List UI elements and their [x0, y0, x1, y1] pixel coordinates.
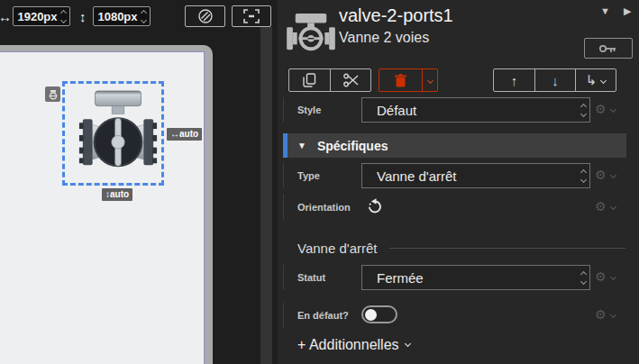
group-heading-label: Vanne d'arrêt: [297, 241, 377, 256]
panel-splitter[interactable]: [260, 27, 272, 364]
clipboard-button-group: [288, 68, 371, 92]
fit-screen-icon: [242, 8, 260, 24]
group-divider: [389, 248, 625, 249]
select-spinner-icon: [581, 105, 589, 116]
scissors-icon: [343, 73, 359, 87]
en-defaut-binding-button[interactable]: ⚙: [595, 308, 616, 321]
orientation-rotate-button[interactable]: [367, 197, 384, 219]
mini-valve-icon: [48, 89, 59, 100]
gear-icon: ⚙: [595, 308, 607, 321]
key-icon: [598, 42, 618, 55]
type-label: Type: [297, 170, 320, 181]
group-heading: Vanne d'arrêt: [297, 241, 625, 256]
select-spinner-icon: [581, 170, 589, 182]
additionnelles-label: + Additionnelles: [297, 337, 399, 353]
widget-subtitle: Vanne 2 voies: [339, 30, 429, 46]
orientation-binding-button[interactable]: ⚙: [595, 200, 616, 213]
toggle-knob: [365, 309, 377, 321]
valve-header-icon: [285, 12, 337, 53]
gear-icon: ⚙: [595, 168, 607, 181]
width-arrow-icon: ↔: [0, 7, 12, 27]
collapse-panel-icon[interactable]: ▼: [600, 5, 610, 16]
width-stepper[interactable]: [61, 11, 69, 23]
canvas-area: ↔ 1920px ↕ 1080px: [0, 0, 278, 364]
copy-button[interactable]: [289, 69, 330, 91]
no-rotation-button[interactable]: [185, 5, 225, 27]
height-stepper[interactable]: [141, 11, 150, 23]
statut-select[interactable]: Fermée: [361, 265, 590, 290]
chevron-down-icon: [610, 203, 616, 209]
arrow-down-icon: ↓: [552, 73, 559, 88]
type-select[interactable]: Vanne d'arrêt: [361, 163, 590, 188]
widget-type-badge: [45, 86, 60, 102]
statut-value: Fermée: [362, 270, 581, 286]
chevron-down-icon: [610, 273, 616, 279]
delete-button[interactable]: [379, 69, 422, 91]
section-collapse-icon: ▼: [297, 141, 306, 150]
slashed-circle-icon: [196, 7, 215, 25]
statut-binding-button[interactable]: ⚙: [595, 270, 616, 283]
detach-panel-icon[interactable]: ▶: [624, 5, 631, 17]
properties-panel: valve-2-ports1 Vanne 2 voies ▼ ▶: [278, 0, 639, 364]
row-indent-line: [283, 97, 284, 123]
style-label: Style: [297, 105, 321, 115]
style-binding-button[interactable]: ⚙: [595, 103, 616, 115]
arrow-up-icon: ↑: [511, 73, 518, 88]
select-spinner-icon: [581, 272, 589, 284]
widget-title: valve-2-ports1: [339, 5, 453, 26]
delete-button-group: [379, 68, 438, 92]
canvas-width-input[interactable]: 1920px: [13, 6, 70, 26]
chevron-down-icon: [404, 341, 410, 347]
style-select[interactable]: Défaut: [361, 97, 590, 123]
row-indent-line: [283, 194, 284, 220]
trash-icon: [395, 74, 406, 87]
en-defaut-row: ⚙: [278, 303, 639, 328]
cut-button[interactable]: [330, 69, 370, 91]
auto-height-badge: ↕auto: [102, 188, 132, 201]
chevron-down-icon: [610, 105, 616, 112]
chevron-down-icon: [610, 171, 616, 177]
delete-options-button[interactable]: [422, 69, 437, 91]
section-specifiques[interactable]: ▼ Spécifiques: [283, 133, 626, 158]
type-value: Vanne d'arrêt: [362, 168, 581, 184]
corner-arrow-icon: ↳: [586, 72, 598, 88]
fit-screen-button[interactable]: [232, 5, 271, 27]
move-down-button[interactable]: ↓: [534, 69, 575, 91]
row-indent-line: [283, 163, 284, 188]
auto-width-badge: ↔auto: [167, 128, 202, 141]
canvas-height-input[interactable]: 1080px: [93, 6, 151, 26]
chevron-down-icon: [610, 311, 616, 317]
statut-label: Statut: [297, 272, 325, 283]
permissions-button[interactable]: [584, 38, 633, 59]
en-defaut-toggle[interactable]: [361, 305, 397, 323]
move-into-button[interactable]: ↳: [575, 69, 616, 91]
copy-icon: [303, 73, 316, 87]
row-indent-line: [283, 265, 284, 290]
gear-icon: ⚙: [595, 270, 607, 283]
section-accent-bar: [283, 133, 288, 158]
rotate-icon: [367, 197, 384, 215]
selection-box: [62, 81, 164, 186]
section-title: Spécifiques: [317, 139, 388, 153]
height-arrow-icon: ↕: [79, 7, 87, 27]
gear-icon: ⚙: [595, 200, 607, 213]
canvas-width-value: 1920px: [14, 10, 61, 23]
chevron-down-icon: [600, 77, 607, 83]
type-binding-button[interactable]: ⚙: [595, 168, 616, 181]
order-button-group: ↑ ↓ ↳: [493, 68, 616, 92]
move-up-button[interactable]: ↑: [494, 69, 534, 91]
additionnelles-link[interactable]: + Additionnelles: [297, 337, 410, 353]
orientation-label: Orientation: [297, 202, 351, 213]
canvas-height-value: 1080px: [94, 10, 141, 23]
style-value: Défaut: [362, 103, 581, 118]
gear-icon: ⚙: [595, 103, 607, 115]
